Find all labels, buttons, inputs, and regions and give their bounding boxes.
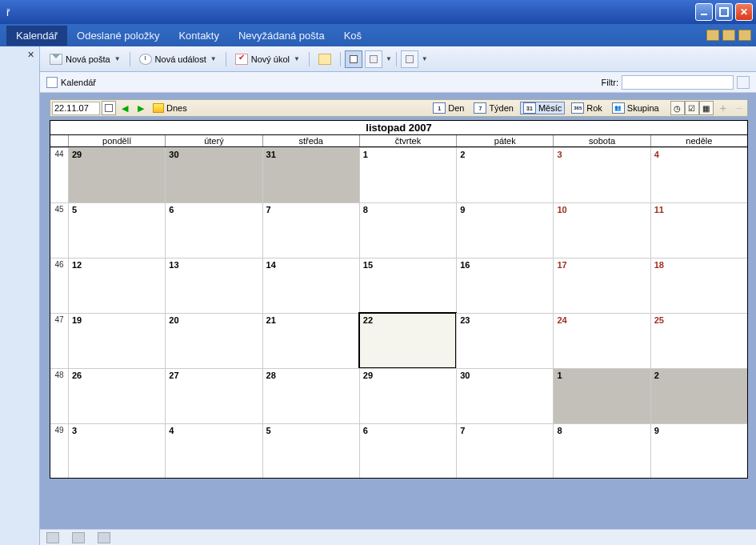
day-cell[interactable]: 8 xyxy=(553,423,650,478)
view-toggle-2[interactable] xyxy=(365,50,382,68)
day-cell[interactable]: 19 xyxy=(68,313,165,368)
tab-trash[interactable]: Koš xyxy=(334,26,371,46)
close-panel-button[interactable]: ✕ xyxy=(22,46,39,63)
day-cell[interactable]: 1 xyxy=(359,147,456,202)
layout-icon-1[interactable] xyxy=(706,30,719,41)
day-number: 18 xyxy=(654,260,664,270)
footer-icon-3[interactable] xyxy=(98,532,110,543)
day-cell[interactable]: 17 xyxy=(553,258,650,313)
tool-button-3[interactable]: ▦ xyxy=(699,101,714,115)
week-number: 47 xyxy=(50,313,68,368)
day-cell[interactable]: 30 xyxy=(456,368,553,423)
new-mail-button[interactable]: Nová pošta ▼ xyxy=(45,51,126,67)
day-cell[interactable]: 3 xyxy=(68,423,165,478)
view-toggle-3[interactable] xyxy=(401,50,418,68)
day-cell[interactable]: 3 xyxy=(553,147,650,202)
close-button[interactable] xyxy=(735,3,753,21)
day-cell[interactable]: 29 xyxy=(68,147,165,202)
day-number: 8 xyxy=(363,205,368,214)
day-cell[interactable]: 4 xyxy=(165,423,262,478)
footer-icon-2[interactable] xyxy=(72,532,85,543)
day-number: 17 xyxy=(557,260,566,270)
day-cell[interactable]: 2 xyxy=(650,368,747,423)
day-cell[interactable]: 29 xyxy=(359,368,456,423)
calendar-toolbar: ◀ ▶ Dnes 1 Den 7 Týden 31 xyxy=(50,99,748,117)
layout-icon-3[interactable] xyxy=(738,30,751,41)
day-cell[interactable]: 10 xyxy=(553,202,650,258)
day-cell[interactable]: 11 xyxy=(650,202,747,258)
day-cell[interactable]: 4 xyxy=(650,147,747,202)
day-cell[interactable]: 8 xyxy=(359,202,456,258)
day-number: 9 xyxy=(460,205,465,214)
filter-icon[interactable] xyxy=(737,76,750,89)
day-cell[interactable]: 2 xyxy=(456,147,553,202)
weekday-label: pátek xyxy=(456,135,553,146)
view-toggle-1[interactable] xyxy=(345,50,362,68)
day-cell[interactable]: 14 xyxy=(262,258,359,313)
next-button[interactable]: ▶ xyxy=(134,101,148,115)
view-group-button[interactable]: 👥 Skupina xyxy=(609,102,662,114)
clock-icon xyxy=(139,54,152,65)
day-number: 25 xyxy=(654,315,664,325)
day-cell[interactable]: 25 xyxy=(650,313,747,368)
day-cell[interactable]: 28 xyxy=(262,368,359,423)
day-cell[interactable]: 1 xyxy=(553,368,650,423)
day-number: 6 xyxy=(169,205,174,214)
day-number: 29 xyxy=(363,371,373,380)
day-cell[interactable]: 24 xyxy=(553,313,650,368)
day-cell[interactable]: 12 xyxy=(68,258,165,313)
minimize-button[interactable] xyxy=(695,3,713,21)
filter-input[interactable] xyxy=(622,75,734,90)
view-month-button[interactable]: 31 Měsíc xyxy=(520,102,565,114)
day-cell[interactable]: 31 xyxy=(262,147,359,202)
add-button[interactable]: + xyxy=(717,102,730,114)
day-cell[interactable]: 9 xyxy=(456,202,553,258)
tab-sent[interactable]: Odeslané položky xyxy=(67,26,169,46)
tab-spam[interactable]: Nevyžádaná pošta xyxy=(229,26,334,46)
day-cell[interactable]: 18 xyxy=(650,258,747,313)
day-number: 3 xyxy=(557,150,562,159)
day-cell[interactable]: 16 xyxy=(456,258,553,313)
view-week-button[interactable]: 7 Týden xyxy=(470,102,517,114)
day-number: 1 xyxy=(557,371,562,380)
day-cell[interactable]: 22 xyxy=(359,313,456,368)
date-input[interactable] xyxy=(52,102,100,115)
layout-icon-2[interactable] xyxy=(722,30,735,41)
view-day-button[interactable]: 1 Den xyxy=(430,102,467,114)
new-task-button[interactable]: Nový úkol ▼ xyxy=(230,51,305,67)
day-cell[interactable]: 26 xyxy=(68,368,165,423)
maximize-button[interactable] xyxy=(715,3,733,21)
day-cell[interactable]: 7 xyxy=(456,423,553,478)
new-note-button[interactable] xyxy=(314,51,336,67)
date-picker-button[interactable] xyxy=(102,101,116,115)
week-row: 493456789 xyxy=(50,423,747,478)
day-number: 5 xyxy=(266,426,271,435)
footer-icon-1[interactable] xyxy=(46,532,59,543)
day-cell[interactable]: 6 xyxy=(165,202,262,258)
prev-button[interactable]: ◀ xyxy=(118,101,132,115)
mail-icon xyxy=(50,54,62,65)
day-cell[interactable]: 15 xyxy=(359,258,456,313)
tab-calendar[interactable]: Kalendář xyxy=(6,26,67,46)
day-cell[interactable]: 5 xyxy=(262,423,359,478)
day-cell[interactable]: 6 xyxy=(359,423,456,478)
tab-contacts[interactable]: Kontakty xyxy=(169,26,229,46)
week-row: 45567891011 xyxy=(50,202,747,258)
day-cell[interactable]: 30 xyxy=(165,147,262,202)
day-number: 15 xyxy=(363,260,373,270)
day-cell[interactable]: 5 xyxy=(68,202,165,258)
tool-button-1[interactable]: ◷ xyxy=(670,101,685,115)
tool-button-2[interactable]: ☑ xyxy=(685,101,699,115)
weekday-label: čtvrtek xyxy=(359,135,456,146)
day-cell[interactable]: 7 xyxy=(262,202,359,258)
view-year-button[interactable]: 365 Rok xyxy=(568,102,606,114)
day-cell[interactable]: 27 xyxy=(165,368,262,423)
day-number: 7 xyxy=(266,205,271,214)
today-button[interactable]: Dnes xyxy=(150,103,190,113)
day-cell[interactable]: 9 xyxy=(650,423,747,478)
day-cell[interactable]: 23 xyxy=(456,313,553,368)
day-cell[interactable]: 13 xyxy=(165,258,262,313)
day-cell[interactable]: 20 xyxy=(165,313,262,368)
new-event-button[interactable]: Nová událost ▼ xyxy=(134,51,222,67)
day-cell[interactable]: 21 xyxy=(262,313,359,368)
